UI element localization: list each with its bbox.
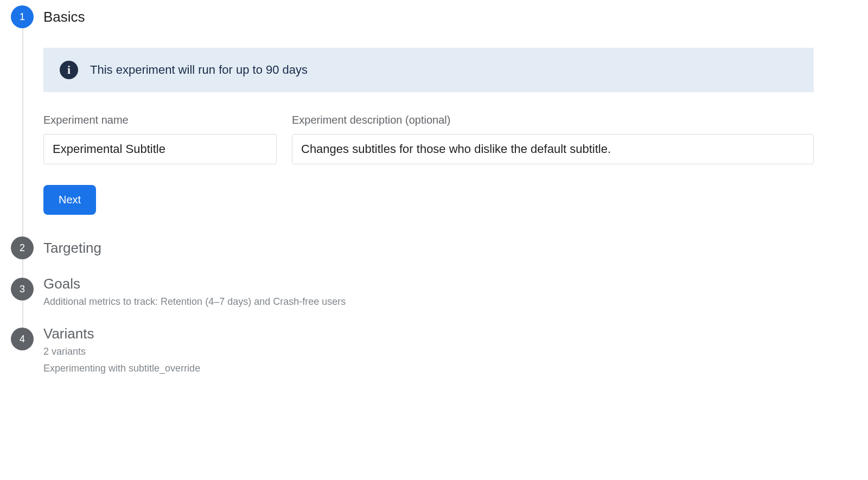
step-subtitle-variants-1: 2 variants: [43, 344, 825, 359]
step-title-targeting: Targeting: [43, 240, 101, 257]
experiment-name-label: Experiment name: [43, 114, 277, 126]
experiment-name-field: Experiment name: [43, 114, 277, 164]
step-connector: [22, 28, 23, 242]
next-button[interactable]: Next: [43, 185, 96, 215]
step-targeting[interactable]: 2 Targeting: [11, 236, 825, 276]
step-circle-2: 2: [11, 236, 34, 259]
step-header-goals: Goals Additional metrics to track: Reten…: [43, 276, 825, 309]
step-circle-4: 4: [11, 328, 34, 350]
step-goals[interactable]: 3 Goals Additional metrics to track: Ret…: [11, 276, 825, 325]
step-content-basics: i This experiment will run for up to 90 …: [43, 28, 825, 215]
step-circle-3: 3: [11, 278, 34, 300]
step-subtitle-goals: Additional metrics to track: Retention (…: [43, 295, 825, 309]
info-icon-glyph: i: [67, 64, 71, 76]
step-header-targeting: Targeting: [43, 236, 825, 259]
experiment-wizard: 1 Basics i This experiment will run for …: [11, 5, 825, 392]
info-icon: i: [60, 61, 78, 79]
step-basics: 1 Basics i This experiment will run for …: [11, 5, 825, 236]
experiment-name-input[interactable]: [43, 134, 277, 164]
experiment-description-input[interactable]: [292, 134, 814, 164]
step-title-basics: Basics: [43, 9, 85, 25]
step-number: 2: [20, 242, 25, 254]
step-title-goals: Goals: [43, 276, 825, 292]
step-variants[interactable]: 4 Variants 2 variants Experimenting with…: [11, 325, 825, 392]
step-circle-1: 1: [11, 5, 34, 28]
step-header-basics: Basics: [43, 5, 825, 28]
step-number: 1: [20, 11, 25, 23]
step-subtitle-variants-2: Experimenting with subtitle_override: [43, 361, 825, 376]
form-row: Experiment name Experiment description (…: [43, 114, 814, 164]
step-number: 3: [20, 284, 25, 295]
step-header-variants: Variants 2 variants Experimenting with s…: [43, 325, 825, 376]
info-banner: i This experiment will run for up to 90 …: [43, 48, 814, 92]
step-title-variants: Variants: [43, 325, 825, 342]
step-number: 4: [20, 334, 25, 345]
experiment-description-label: Experiment description (optional): [292, 114, 814, 126]
experiment-description-field: Experiment description (optional): [292, 114, 814, 164]
info-banner-text: This experiment will run for up to 90 da…: [90, 63, 308, 77]
